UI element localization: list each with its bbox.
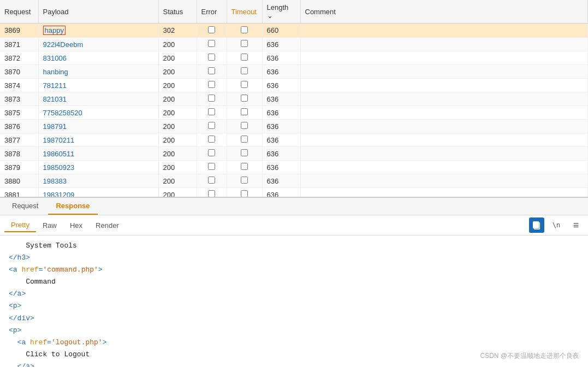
tab-request[interactable]: Request	[4, 198, 46, 215]
cell-length: 636	[262, 120, 300, 133]
cell-payload: hanbing	[38, 65, 158, 79]
table-row[interactable]: 387719870211200636	[0, 133, 588, 147]
cell-timeout[interactable]	[227, 188, 262, 197]
table-wrapper[interactable]: Request Payload Status Error Timeout Len…	[0, 0, 588, 197]
col-header-status[interactable]: Status	[158, 0, 197, 23]
error-checkbox[interactable]	[208, 95, 215, 102]
error-checkbox[interactable]	[208, 190, 215, 197]
timeout-checkbox[interactable]	[241, 81, 248, 88]
table-row[interactable]: 3874781211200636	[0, 79, 588, 92]
cell-timeout[interactable]	[227, 79, 262, 92]
cell-request: 3872	[0, 51, 38, 65]
subtab-raw[interactable]: Raw	[36, 219, 63, 232]
error-checkbox[interactable]	[208, 40, 215, 47]
cell-timeout[interactable]	[227, 92, 262, 106]
cell-error[interactable]	[197, 174, 227, 188]
menu-icon-btn[interactable]: ≡	[568, 217, 584, 233]
table-row[interactable]: 38757758258520200636	[0, 106, 588, 120]
subtab-render[interactable]: Render	[89, 219, 126, 232]
cell-error[interactable]	[197, 23, 227, 38]
ln-btn[interactable]: \n	[549, 217, 564, 233]
cell-timeout[interactable]	[227, 161, 262, 174]
cell-timeout[interactable]	[227, 133, 262, 147]
cell-timeout[interactable]	[227, 65, 262, 79]
table-row[interactable]: 3869happy302660	[0, 23, 588, 38]
cell-comment	[300, 174, 588, 188]
cell-error[interactable]	[197, 79, 227, 92]
cell-comment	[300, 65, 588, 79]
cell-status: 200	[158, 106, 197, 120]
col-header-length[interactable]: Length ⌄	[262, 0, 300, 23]
watermark: CSDN @不要温顺地走进那个良夜	[480, 350, 579, 361]
table-row[interactable]: 3871922i4Deebm200636	[0, 38, 588, 51]
subtab-pretty[interactable]: Pretty	[4, 219, 36, 232]
col-header-request[interactable]: Request	[0, 0, 38, 23]
cell-timeout[interactable]	[227, 147, 262, 161]
error-checkbox[interactable]	[208, 122, 215, 129]
cell-timeout[interactable]	[227, 51, 262, 65]
col-header-payload[interactable]: Payload	[38, 0, 158, 23]
cell-timeout[interactable]	[227, 106, 262, 120]
error-checkbox[interactable]	[208, 108, 215, 115]
timeout-checkbox[interactable]	[241, 190, 248, 197]
timeout-checkbox[interactable]	[241, 54, 248, 61]
cell-timeout[interactable]	[227, 174, 262, 188]
col-header-error[interactable]: Error	[197, 0, 227, 23]
copy-icon-btn[interactable]	[529, 217, 544, 233]
timeout-checkbox[interactable]	[241, 122, 248, 129]
cell-error[interactable]	[197, 92, 227, 106]
subtabs-bar: Pretty Raw Hex Render \n ≡	[0, 215, 588, 236]
timeout-checkbox[interactable]	[241, 108, 248, 115]
table-row[interactable]: 3872831006200636	[0, 51, 588, 65]
error-checkbox[interactable]	[208, 26, 215, 33]
cell-comment	[300, 161, 588, 174]
tab-response[interactable]: Response	[48, 198, 97, 215]
error-checkbox[interactable]	[208, 54, 215, 61]
cell-error[interactable]	[197, 106, 227, 120]
cell-length: 660	[262, 23, 300, 38]
timeout-checkbox[interactable]	[241, 26, 248, 33]
cell-timeout[interactable]	[227, 120, 262, 133]
table-row[interactable]: 3870hanbing200636	[0, 65, 588, 79]
error-checkbox[interactable]	[208, 67, 215, 74]
cell-error[interactable]	[197, 65, 227, 79]
table-row[interactable]: 387919850923200636	[0, 161, 588, 174]
table-row[interactable]: 3880198383200636	[0, 174, 588, 188]
cell-error[interactable]	[197, 188, 227, 197]
timeout-checkbox[interactable]	[241, 136, 248, 143]
error-checkbox[interactable]	[208, 136, 215, 143]
cell-comment	[300, 188, 588, 197]
cell-request: 3870	[0, 65, 38, 79]
cell-comment	[300, 133, 588, 147]
table-row[interactable]: 3873821031200636	[0, 92, 588, 106]
error-checkbox[interactable]	[208, 149, 215, 156]
timeout-checkbox[interactable]	[241, 67, 248, 74]
timeout-checkbox[interactable]	[241, 177, 248, 184]
error-checkbox[interactable]	[208, 163, 215, 170]
col-header-comment[interactable]: Comment	[300, 0, 588, 23]
cell-error[interactable]	[197, 133, 227, 147]
cell-error[interactable]	[197, 51, 227, 65]
code-line-6: <p>	[9, 300, 579, 312]
timeout-checkbox[interactable]	[241, 95, 248, 102]
col-header-timeout[interactable]: Timeout	[227, 0, 262, 23]
subtab-hex[interactable]: Hex	[63, 219, 89, 232]
table-row[interactable]: 3876198791200636	[0, 120, 588, 133]
ln-label: \n	[553, 221, 560, 229]
cell-comment	[300, 23, 588, 38]
cell-error[interactable]	[197, 161, 227, 174]
tabs-bar: Request Response	[0, 198, 588, 215]
timeout-checkbox[interactable]	[241, 149, 248, 156]
error-checkbox[interactable]	[208, 81, 215, 88]
cell-timeout[interactable]	[227, 38, 262, 51]
cell-error[interactable]	[197, 120, 227, 133]
error-checkbox[interactable]	[208, 177, 215, 184]
cell-error[interactable]	[197, 147, 227, 161]
table-row[interactable]: 387819860511200636	[0, 147, 588, 161]
code-line-7: </div>	[9, 313, 579, 325]
cell-timeout[interactable]	[227, 23, 262, 38]
cell-error[interactable]	[197, 38, 227, 51]
timeout-checkbox[interactable]	[241, 163, 248, 170]
timeout-checkbox[interactable]	[241, 40, 248, 47]
table-row[interactable]: 388119831209200636	[0, 188, 588, 197]
